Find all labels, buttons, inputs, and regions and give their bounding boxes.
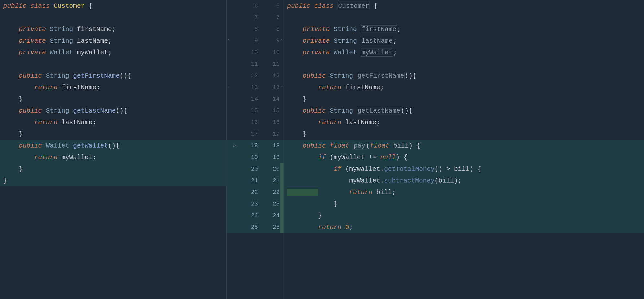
line-number-right: 7 — [261, 14, 280, 21]
gutter-row: 2121 — [227, 175, 284, 186]
line-number-left: 7 — [238, 14, 261, 21]
code-line[interactable] — [0, 58, 226, 70]
line-number-right: 10 — [261, 49, 280, 56]
code-line[interactable]: public String getFirstName(){ — [284, 70, 644, 82]
added-indicator — [280, 175, 284, 186]
line-number-right: 16 — [261, 119, 280, 126]
code-line[interactable]: public String getFirstName(){ — [0, 70, 226, 82]
code-line[interactable]: public float pay(float bill) { — [284, 140, 644, 151]
code-line[interactable]: public String getLastName(){ — [0, 105, 226, 116]
code-line[interactable]: return lastName; — [0, 116, 226, 128]
fold-icon[interactable]: ⌃ — [280, 85, 284, 90]
line-number-left: 22 — [238, 189, 261, 195]
gutter-row: 1515 — [227, 105, 284, 116]
code-line[interactable]: } — [0, 163, 226, 175]
gutter-row: 2424 — [227, 210, 284, 221]
added-indicator — [280, 210, 284, 221]
code-line[interactable]: private String firstName; — [284, 23, 644, 35]
line-number-right: 6 — [261, 3, 280, 9]
code-line[interactable]: return firstName; — [284, 82, 644, 93]
code-line[interactable]: } — [0, 175, 226, 186]
line-number-left: 10 — [238, 49, 261, 56]
line-number-left: 9 — [238, 38, 261, 44]
code-line[interactable]: if (myWallet != null) { — [284, 151, 644, 163]
line-number-right: 18 — [261, 142, 280, 149]
right-code-pane[interactable]: public class Customer { private String f… — [284, 0, 644, 299]
gutter-row: 1717 — [227, 128, 284, 140]
gutter-row: 77 — [227, 12, 284, 23]
code-line[interactable]: } — [284, 128, 644, 140]
gutter-row: ⌃1313⌃ — [227, 82, 284, 93]
line-number-right: 23 — [261, 201, 280, 207]
fold-icon[interactable]: ⌃ — [280, 38, 284, 44]
gutter-row: 1616 — [227, 116, 284, 128]
fold-icon[interactable]: ⌃ — [227, 85, 231, 90]
code-line[interactable]: private String lastName; — [0, 35, 226, 47]
code-line[interactable]: private String lastName; — [284, 35, 644, 47]
line-number-right: 19 — [261, 154, 280, 161]
line-number-right: 22 — [261, 189, 280, 195]
gutter-row: ⌃99⌃ — [227, 35, 284, 47]
code-line[interactable]: return firstName; — [0, 82, 226, 93]
code-line[interactable] — [284, 58, 644, 70]
code-line[interactable]: public Wallet getWallet(){ — [0, 140, 226, 151]
code-line[interactable]: private Wallet myWallet; — [0, 47, 226, 58]
diff-gutter: 667788⌃99⌃101011111212⌃1313⌃141415151616… — [226, 0, 284, 299]
line-number-left: 19 — [238, 154, 261, 161]
line-number-right: 25 — [261, 224, 280, 230]
gutter-row: 88 — [227, 23, 284, 35]
gutter-row: 2323 — [227, 198, 284, 210]
added-indicator — [280, 198, 284, 210]
line-number-left: 6 — [238, 3, 261, 9]
code-line[interactable]: } — [284, 93, 644, 105]
added-indicator — [280, 221, 284, 233]
gutter-row: 66 — [227, 0, 284, 12]
code-line[interactable]: } — [0, 93, 226, 105]
left-code-pane[interactable]: public class Customer { private String f… — [0, 0, 226, 299]
line-number-left: 23 — [238, 201, 261, 207]
code-line[interactable]: return lastName; — [284, 116, 644, 128]
gutter-row: 1919 — [227, 151, 284, 163]
gutter-row: 1010 — [227, 47, 284, 58]
code-line[interactable]: private Wallet myWallet; — [284, 47, 644, 58]
code-line[interactable]: } — [0, 128, 226, 140]
code-line[interactable] — [284, 12, 644, 23]
code-line[interactable]: public class Customer { — [284, 0, 644, 12]
code-line[interactable]: myWallet.subtractMoney(bill); — [284, 175, 644, 186]
code-line[interactable]: public class Customer { — [0, 0, 226, 12]
code-line[interactable] — [0, 12, 226, 23]
code-line[interactable]: } — [284, 198, 644, 210]
line-number-right: 12 — [261, 72, 280, 79]
line-number-right: 20 — [261, 166, 280, 172]
line-number-left: 18 — [238, 142, 261, 149]
added-indicator — [280, 186, 284, 198]
line-number-right: 15 — [261, 107, 280, 114]
line-number-left: 24 — [238, 212, 261, 219]
code-line[interactable]: if (myWallet.getTotalMoney() > bill) { — [284, 163, 644, 175]
line-number-left: 12 — [238, 72, 261, 79]
code-line[interactable]: return 0; — [284, 221, 644, 233]
code-line[interactable] — [0, 210, 226, 221]
gutter-row: 1414 — [227, 93, 284, 105]
code-line[interactable] — [0, 186, 226, 198]
code-line[interactable]: private String firstName; — [0, 23, 226, 35]
gutter-row: 2525 — [227, 221, 284, 233]
line-number-right: 21 — [261, 177, 280, 184]
gutter-row: 1212 — [227, 70, 284, 82]
code-line[interactable]: return bill; — [284, 186, 644, 198]
line-number-left: 15 — [238, 107, 261, 114]
line-number-right: 13 — [261, 84, 280, 91]
line-number-right: 9 — [261, 38, 280, 44]
code-line[interactable] — [0, 198, 226, 210]
line-number-right: 11 — [261, 61, 280, 67]
gutter-row: 1111 — [227, 58, 284, 70]
code-line[interactable] — [0, 221, 226, 233]
line-number-right: 8 — [261, 26, 280, 32]
code-line[interactable]: return myWallet; — [0, 151, 226, 163]
line-number-left: 20 — [238, 166, 261, 172]
gutter-row: 2020 — [227, 163, 284, 175]
code-line[interactable]: } — [284, 210, 644, 221]
fold-icon[interactable]: ⌃ — [227, 38, 231, 44]
line-number-left: 11 — [238, 61, 261, 67]
code-line[interactable]: public String getLastName(){ — [284, 105, 644, 116]
